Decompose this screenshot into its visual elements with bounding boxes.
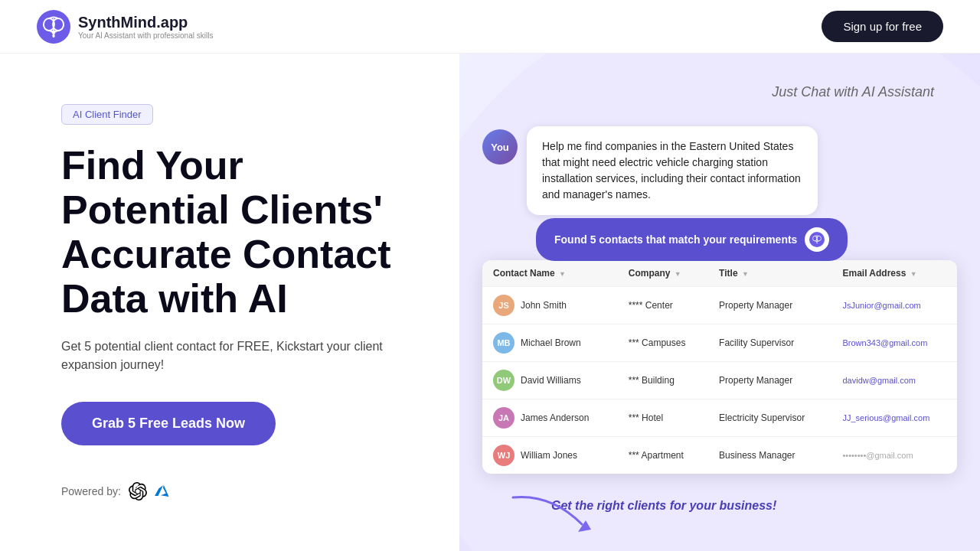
avatar: WJ	[493, 445, 514, 466]
email-cell: ••••••••@gmail.com	[831, 437, 957, 474]
avatar: MB	[493, 332, 514, 354]
openai-icon	[129, 482, 147, 500]
subheadline: Get 5 potential client contact for FREE,…	[61, 337, 398, 374]
svg-rect-5	[53, 34, 55, 37]
company-cell: *** Building	[618, 362, 708, 399]
company-cell: *** Campuses	[618, 324, 708, 362]
chat-message: Help me find companies in the Eastern Un…	[527, 126, 818, 215]
email-link[interactable]: davidw@gmail.com	[842, 376, 916, 385]
email-cell: Brown343@gmail.com	[831, 324, 957, 362]
headline: Find Your Potential Clients' Accurate Co…	[61, 143, 398, 321]
table-row: DW David Williams *** Building Property …	[482, 362, 957, 399]
table-body: JS John Smith **** Center Property Manag…	[482, 287, 957, 474]
contact-name: David Williams	[521, 375, 581, 386]
main-content: AI Client Finder Find Your Potential Cli…	[0, 54, 980, 551]
logo-text-group: SynthMind.app Your AI Assistant with pro…	[78, 14, 213, 40]
blurred-email: ••••••••@gmail.com	[842, 451, 913, 460]
powered-by-label: Powered by:	[61, 485, 121, 497]
email-cell: davidw@gmail.com	[831, 362, 957, 399]
found-contacts-bubble: Found 5 contacts that match your require…	[536, 218, 848, 261]
email-link[interactable]: Brown343@gmail.com	[842, 338, 927, 347]
cta-button[interactable]: Grab 5 Free Leads Now	[61, 402, 276, 445]
brain-logo-icon	[37, 10, 70, 44]
hero-section: AI Client Finder Find Your Potential Cli…	[0, 54, 459, 551]
col-contact-name: Contact Name ▼	[482, 260, 618, 287]
company-cell: *** Hotel	[618, 399, 708, 437]
arrow-icon	[505, 490, 597, 536]
sort-arrow: ▼	[742, 270, 749, 278]
contact-name-cell: MB Michael Brown	[482, 324, 618, 362]
chat-area: You Help me find companies in the Easter…	[482, 126, 818, 215]
contacts-table-wrapper: Contact Name ▼ Company ▼ Title ▼ Email A…	[482, 260, 957, 474]
col-email: Email Address ▼	[831, 260, 957, 287]
ai-avatar	[805, 227, 829, 252]
table-row: JS John Smith **** Center Property Manag…	[482, 287, 957, 324]
table-row: MB Michael Brown *** Campuses Facility S…	[482, 324, 957, 362]
contact-name: William Jones	[521, 450, 577, 461]
contact-name: Michael Brown	[521, 337, 581, 348]
table-header: Contact Name ▼ Company ▼ Title ▼ Email A…	[482, 260, 957, 287]
just-chat-label: Just Chat with AI Assistant	[772, 84, 934, 100]
svg-point-10	[816, 241, 818, 243]
contacts-table: Contact Name ▼ Company ▼ Title ▼ Email A…	[482, 260, 957, 474]
company-cell: *** Apartment	[618, 437, 708, 474]
company-cell: **** Center	[618, 287, 708, 324]
powered-by: Powered by:	[61, 482, 398, 500]
signup-button[interactable]: Sign up for free	[822, 11, 943, 42]
sort-arrow: ▼	[559, 270, 566, 278]
title-cell: Electricity Supervisor	[708, 399, 831, 437]
avatar: DW	[493, 370, 514, 391]
logo-tagline: Your AI Assistant with professional skil…	[78, 31, 213, 40]
avatar: JS	[493, 295, 514, 316]
powered-icons	[129, 482, 172, 500]
title-cell: Property Manager	[708, 287, 831, 324]
email-cell: JJ_serious@gmail.com	[831, 399, 957, 437]
svg-point-4	[52, 30, 56, 34]
contact-name-cell: JS John Smith	[482, 287, 618, 324]
title-cell: Business Manager	[708, 437, 831, 474]
col-title: Title ▼	[708, 260, 831, 287]
contact-name-cell: JA James Anderson	[482, 399, 618, 437]
svg-rect-11	[817, 243, 818, 244]
header: SynthMind.app Your AI Assistant with pro…	[0, 0, 980, 54]
contact-name-cell: DW David Williams	[482, 362, 618, 399]
table-row: WJ William Jones *** Apartment Business …	[482, 437, 957, 474]
sort-arrow: ▼	[910, 270, 917, 278]
contact-name-cell: WJ William Jones	[482, 437, 618, 474]
email-link[interactable]: JsJunior@gmail.com	[842, 301, 920, 310]
logo-name: SynthMind.app	[78, 14, 213, 31]
contact-name: John Smith	[521, 300, 567, 311]
user-avatar: You	[482, 129, 518, 165]
col-company: Company ▼	[618, 260, 708, 287]
table-row: JA James Anderson *** Hotel Electricity …	[482, 399, 957, 437]
title-cell: Property Manager	[708, 362, 831, 399]
azure-icon	[153, 482, 172, 500]
email-cell: JsJunior@gmail.com	[831, 287, 957, 324]
avatar: JA	[493, 407, 514, 429]
email-link[interactable]: JJ_serious@gmail.com	[842, 413, 929, 422]
contact-name: James Anderson	[521, 412, 589, 423]
demo-section: Just Chat with AI Assistant You Help me …	[459, 54, 980, 551]
logo-area: SynthMind.app Your AI Assistant with pro…	[37, 10, 213, 44]
title-cell: Facility Supervisor	[708, 324, 831, 362]
badge: AI Client Finder	[61, 104, 153, 125]
sort-arrow: ▼	[675, 270, 681, 278]
